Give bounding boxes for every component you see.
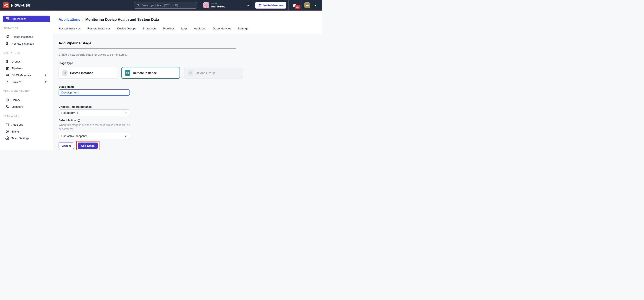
top-navbar: FlowFuse TEAM: Sumit-Dev: [0, 0, 322, 11]
team-search[interactable]: [134, 2, 197, 9]
main-panel: Applications › Monitoring Device Health …: [53, 11, 322, 150]
stage-type-option-label: Hosted Instance: [70, 71, 93, 75]
remote-instance-icon: [125, 70, 130, 76]
sidebar-section-title: TEAM MANAGEMENT: [4, 90, 50, 93]
form-divider: [58, 48, 236, 49]
breadcrumb-separator-icon: ›: [82, 18, 84, 22]
groups-icon: [5, 60, 9, 63]
search-icon: [136, 4, 140, 7]
sidebar-section-title: TEAM ADMIN: [4, 115, 50, 117]
sidebar-item-library[interactable]: Library: [3, 97, 50, 103]
sidebar-item-remote-instances[interactable]: Remote Instances: [3, 40, 50, 47]
chevron-down-icon: [246, 4, 250, 7]
stage-name-value: Development: [61, 91, 78, 94]
sidebar-item-label: Library: [12, 98, 20, 102]
cancel-button[interactable]: Cancel: [58, 142, 74, 149]
user-menu[interactable]: su: [302, 0, 322, 11]
stage-type-options: Hosted Instance Remote Instance: [58, 67, 317, 79]
sidebar-item-applications[interactable]: Applications: [3, 16, 50, 22]
sidebar-item-label: Pipelines: [12, 67, 23, 70]
team-label: TEAM:: [211, 2, 225, 5]
tab-hosted-instances[interactable]: Hosted Instances: [58, 27, 81, 31]
stage-type-device-group: Device Group: [184, 67, 243, 79]
chevron-down-icon: [314, 4, 317, 7]
members-icon: [5, 105, 9, 109]
tab-remote-instances[interactable]: Remote Instances: [87, 27, 110, 31]
breadcrumb-applications-link[interactable]: Applications: [58, 18, 80, 22]
sidebar-item-label: Applications: [12, 17, 26, 21]
stage-type-hosted-instance[interactable]: Hosted Instance: [58, 67, 117, 79]
chevron-down-icon: [124, 134, 127, 138]
sidebar-item-billing[interactable]: Billing: [3, 128, 50, 135]
sidebar-item-pipelines[interactable]: Pipelines: [3, 65, 50, 71]
hosted-instances-icon: [5, 35, 9, 39]
sidebar-item-label: Team Settings: [12, 137, 29, 140]
bill-of-materials-icon: [5, 73, 9, 77]
brand[interactable]: FlowFuse: [3, 2, 30, 8]
notification-badge: 15: [294, 5, 300, 9]
team-selector[interactable]: TEAM: Sumit-Dev: [200, 0, 253, 11]
sidebar-item-label: Audit Log: [12, 123, 23, 126]
stage-name-label: Stage Name: [58, 85, 317, 89]
select-action-value: Use active snapshot: [61, 134, 87, 138]
sidebar-item-team-settings[interactable]: Team Settings: [3, 135, 50, 141]
tab-audit-log[interactable]: Audit Log: [194, 27, 206, 31]
remote-instances-icon: [5, 42, 9, 45]
applications-icon: [5, 17, 9, 21]
form-title: Add Pipeline Stage: [58, 41, 317, 45]
notifications-button[interactable]: 15: [288, 0, 302, 11]
flowfuse-logo-icon: [3, 2, 9, 8]
remote-instance-value: Raspberry Pi: [61, 111, 78, 114]
sidebar-item-label: Groups: [12, 60, 21, 63]
hosted-instance-icon: [62, 70, 68, 76]
sidebar-section-title: OPERATIONS: [4, 52, 50, 54]
tab-settings[interactable]: Settings: [238, 27, 248, 31]
form-actions: Cancel Add Stage: [58, 141, 317, 150]
team-settings-icon: [5, 136, 9, 140]
add-stage-button[interactable]: Add Stage: [78, 142, 98, 149]
sidebar-item-hosted-instances[interactable]: Hosted Instances: [3, 34, 50, 40]
sidebar-item-groups[interactable]: Groups: [3, 58, 50, 65]
chevron-down-icon: [124, 111, 127, 114]
sidebar-item-label: Hosted Instances: [12, 35, 33, 38]
sidebar-item-label: Bill Of Materials: [12, 74, 31, 77]
user-plus-icon: [258, 4, 262, 7]
stage-name-input[interactable]: Development: [58, 89, 130, 96]
sparkles-icon: [44, 73, 48, 77]
sidebar-item-bill-of-materials[interactable]: Bill Of Materials: [3, 72, 50, 78]
brokers-icon: [5, 80, 9, 84]
pipelines-icon: [5, 66, 9, 70]
tab-pipelines[interactable]: Pipelines: [163, 27, 175, 31]
page-title: Monitoring Device Health and System Data: [86, 18, 159, 22]
tab-device-groups[interactable]: Device Groups: [117, 27, 136, 31]
remote-instance-label: Choose Remote Instance: [58, 105, 317, 109]
stage-type-remote-instance[interactable]: Remote Instance: [122, 67, 180, 79]
sidebar-item-label: Members: [12, 105, 23, 108]
audit-log-icon: [5, 123, 9, 126]
search-input[interactable]: [142, 4, 195, 7]
select-action-select[interactable]: Use active snapshot: [58, 133, 130, 139]
tab-dependencies[interactable]: Dependencies: [213, 27, 231, 31]
annotation-highlight-box: Add Stage: [76, 141, 100, 150]
sidebar-item-members[interactable]: Members: [3, 103, 50, 110]
application-tabs: Hosted Instances Remote Instances Device…: [58, 27, 317, 31]
sidebar-item-audit-log[interactable]: Audit Log: [3, 121, 50, 128]
brand-name: FlowFuse: [11, 3, 30, 8]
select-action-label: Select Action: [58, 119, 317, 122]
sidebar-section-title: INSTANCES: [4, 27, 50, 30]
tab-logs[interactable]: Logs: [181, 27, 188, 31]
select-action-label-text: Select Action: [58, 119, 76, 122]
sidebar: Applications INSTANCES Hosted Instances …: [0, 11, 53, 150]
team-avatar: [204, 2, 209, 8]
sidebar-item-brokers[interactable]: Brokers: [3, 79, 50, 85]
add-pipeline-stage-form: Add Pipeline Stage Create a new pipeline…: [53, 34, 322, 150]
main-header: Applications › Monitoring Device Health …: [53, 11, 322, 34]
library-icon: [5, 98, 9, 102]
stage-type-label: Stage Type: [58, 61, 317, 65]
flowfuse-app: FlowFuse TEAM: Sumit-Dev: [0, 0, 322, 150]
invite-members-button[interactable]: Invite Members: [255, 2, 287, 9]
remote-instance-select[interactable]: Raspberry Pi: [58, 109, 130, 116]
info-icon[interactable]: [77, 119, 80, 122]
tab-snapshots[interactable]: Snapshots: [143, 27, 156, 31]
sparkles-icon: [44, 80, 48, 84]
